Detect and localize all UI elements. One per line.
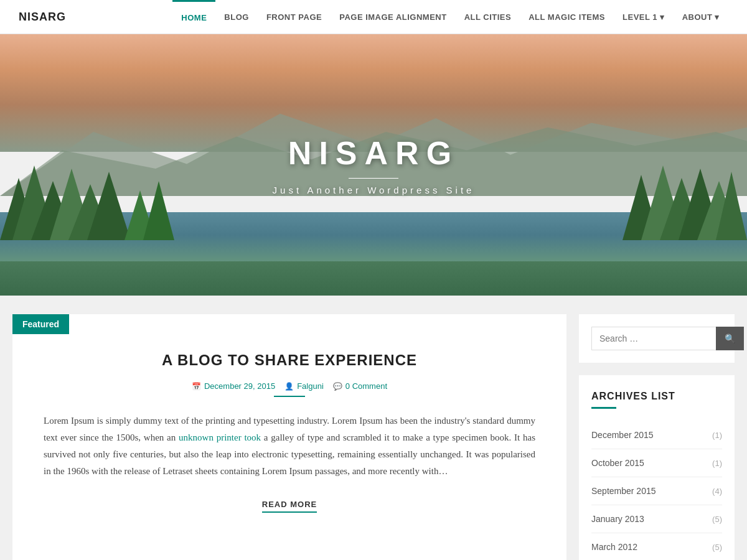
archive-item[interactable]: January 2013 (5)	[591, 505, 722, 533]
nav-menu: HOME BLOG FRONT PAGE PAGE IMAGE ALIGNMEN…	[172, 0, 728, 34]
author-icon: 👤	[284, 382, 294, 391]
archive-count: (4)	[712, 487, 722, 496]
post-author: Falguni	[297, 381, 324, 391]
archive-count: (1)	[712, 459, 722, 468]
search-button[interactable]: 🔍	[716, 327, 744, 350]
search-widget: 🔍	[579, 314, 735, 363]
svg-marker-15	[143, 181, 174, 240]
archive-item[interactable]: September 2015 (4)	[591, 477, 722, 505]
site-brand[interactable]: NISARG	[19, 11, 66, 24]
nav-item-level1[interactable]: LEVEL 1 ▾	[614, 1, 674, 33]
archives-underline	[591, 407, 616, 409]
hero-subtitle: Just Another Wordpress Site	[273, 185, 475, 195]
nav-link-all-cities[interactable]: ALL CITIES	[456, 1, 520, 33]
calendar-icon: 📅	[192, 382, 201, 391]
post-body: Lorem Ipsum is simply dummy text of the …	[44, 413, 535, 480]
nav-link-all-magic-items[interactable]: ALL MAGIC ITEMS	[520, 1, 614, 33]
archive-month: January 2013	[591, 514, 644, 524]
archive-month: October 2015	[591, 458, 644, 468]
archive-item[interactable]: October 2015 (1)	[591, 449, 722, 477]
post-title: A BLOG TO SHARE EXPERIENCE	[44, 352, 535, 369]
archive-month: March 2012	[591, 542, 637, 552]
post-date: December 29, 2015	[204, 381, 275, 391]
search-input[interactable]	[591, 327, 716, 350]
hero-title: NISARG	[273, 134, 475, 172]
hero-content: NISARG Just Another Wordpress Site	[273, 134, 475, 195]
read-more-wrap: READ MORE	[44, 480, 535, 525]
nav-item-blog[interactable]: BLOG	[215, 1, 258, 33]
post-body-link[interactable]: unknown printer took	[179, 432, 261, 442]
nav-item-all-magic-items[interactable]: ALL MAGIC ITEMS	[520, 1, 614, 33]
nav-item-page-image-alignment[interactable]: PAGE IMAGE ALIGNMENT	[331, 1, 456, 33]
comment-icon: 💬	[333, 382, 342, 391]
post-meta: 📅 December 29, 2015 👤 Falguni 💬 0 Commen…	[44, 381, 535, 391]
hero-divider	[349, 178, 398, 179]
archive-month: December 2015	[591, 430, 654, 440]
nav-link-about[interactable]: ABOUT ▾	[674, 1, 728, 33]
read-more-button[interactable]: READ MORE	[262, 500, 317, 513]
archives-title: ARCHIVES LIST	[591, 391, 722, 402]
archive-month: September 2015	[591, 486, 656, 496]
sidebar: 🔍 ARCHIVES LIST December 2015 (1) Octobe…	[579, 314, 735, 560]
post-comments: 0 Comment	[345, 381, 387, 391]
featured-badge: Featured	[12, 314, 69, 334]
archive-count: (1)	[712, 431, 722, 440]
nav-item-about[interactable]: ABOUT ▾	[674, 1, 728, 33]
post-inner: A BLOG TO SHARE EXPERIENCE 📅 December 29…	[12, 314, 566, 544]
nav-link-blog[interactable]: BLOG	[215, 1, 258, 33]
nav-link-level1[interactable]: LEVEL 1 ▾	[614, 1, 674, 33]
nav-item-front-page[interactable]: FRONT PAGE	[258, 1, 331, 33]
archive-item[interactable]: December 2015 (1)	[591, 421, 722, 449]
main-container: Featured A BLOG TO SHARE EXPERIENCE 📅 De…	[0, 296, 747, 560]
post-divider	[274, 396, 305, 397]
hero-section: NISARG Just Another Wordpress Site	[0, 34, 747, 296]
nav-link-home[interactable]: HOME	[172, 0, 215, 34]
post-author-meta: 👤 Falguni	[284, 381, 324, 391]
archive-count: (5)	[712, 543, 722, 552]
archive-item[interactable]: March 2012 (5)	[591, 533, 722, 560]
post-date-meta: 📅 December 29, 2015	[192, 381, 275, 391]
archive-count: (5)	[712, 515, 722, 524]
navigation: NISARG HOME BLOG FRONT PAGE PAGE IMAGE A…	[0, 0, 747, 34]
nav-item-all-cities[interactable]: ALL CITIES	[456, 1, 520, 33]
nav-link-front-page[interactable]: FRONT PAGE	[258, 1, 331, 33]
archives-widget: ARCHIVES LIST December 2015 (1) October …	[579, 375, 735, 560]
nav-item-home[interactable]: HOME	[172, 0, 215, 34]
hero-foreground	[0, 261, 747, 296]
nav-link-page-image-alignment[interactable]: PAGE IMAGE ALIGNMENT	[331, 1, 456, 33]
post-comments-meta: 💬 0 Comment	[333, 381, 387, 391]
search-icon: 🔍	[725, 334, 735, 343]
content-area: Featured A BLOG TO SHARE EXPERIENCE 📅 De…	[12, 314, 566, 560]
